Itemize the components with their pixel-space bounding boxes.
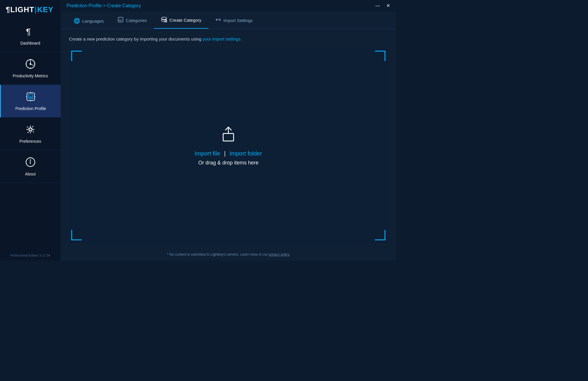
import-settings-icon [215,17,221,24]
svg-point-21 [30,160,31,161]
productivity-metrics-icon [25,58,36,71]
svg-text:¶: ¶ [26,26,30,36]
logo-light-text: ¶LIGHT [6,5,34,14]
sidebar-item-about[interactable]: i About [0,150,61,183]
tab-bar: 🌐 Languages AI Categories [61,12,396,29]
sidebar: ¶LIGHT|KEY ¶ Dashboard [0,0,61,261]
sidebar-item-preferences[interactable]: Preferences [0,118,61,150]
productivity-metrics-label: Productivity Metrics [13,74,48,78]
categories-tab-label: Categories [126,18,147,23]
sidebar-item-dashboard[interactable]: ¶ Dashboard [0,19,61,52]
languages-icon: 🌐 [74,18,80,24]
sidebar-nav: ¶ Dashboard Productivity Metrics [0,19,61,250]
breadcrumb: Prediction Profile > Create Category [67,3,141,8]
preferences-label: Preferences [19,139,41,144]
svg-point-25 [161,17,167,19]
logo-pipe: | [34,5,37,14]
categories-icon: AI [118,17,123,24]
svg-text:AI: AI [29,96,32,99]
corner-bracket-bl [71,230,82,240]
main-content: Prediction Profile > Create Category — ✕… [61,0,396,261]
logo: ¶LIGHT|KEY [0,0,61,19]
preferences-icon [25,124,36,137]
sidebar-item-productivity-metrics[interactable]: Productivity Metrics [0,52,61,85]
logo-key-text: KEY [37,5,53,14]
drop-zone[interactable]: Import file | Import folder Or drag & dr… [69,48,388,243]
languages-tab-label: Languages [82,19,104,23]
minimize-button[interactable]: — [374,3,381,9]
import-links: Import file | Import folder [195,150,262,157]
tab-create-category[interactable]: Create Category [154,12,208,29]
tab-import-settings[interactable]: Import Settings [208,12,260,29]
close-button[interactable]: ✕ [385,3,391,9]
content-area: Create a new prediction category by impo… [61,29,396,250]
svg-point-17 [29,128,32,131]
window-controls: — ✕ [374,3,391,9]
prediction-profile-icon: AI [25,91,36,104]
dashboard-icon: ¶ [25,26,36,39]
svg-text:AI: AI [119,19,121,22]
dashboard-label: Dashboard [20,41,40,45]
tab-categories[interactable]: AI Categories [111,12,154,29]
content-footer: * No content is submitted to Lightkey's … [61,250,396,261]
about-icon: i [25,157,36,169]
import-file-link[interactable]: Import file [195,150,220,157]
corner-bracket-tl [71,51,82,61]
title-bar: Prediction Profile > Create Category — ✕ [61,0,396,12]
upload-icon [219,125,238,144]
tab-languages[interactable]: 🌐 Languages [67,13,111,29]
create-category-tab-label: Create Category [170,18,201,23]
privacy-policy-link[interactable]: privacy policy [269,252,290,257]
drag-drop-text: Or drag & drop items here [198,160,258,166]
sidebar-footer: Professional Edition V.17.34 [0,250,61,261]
corner-bracket-tr [375,51,385,61]
intro-text: Create a new prediction category by impo… [69,36,388,43]
import-folder-link[interactable]: Import folder [230,150,262,157]
sidebar-item-prediction-profile[interactable]: AI Prediction Profile [0,85,61,118]
corner-bracket-br [375,230,385,240]
import-settings-tab-label: Import Settings [223,18,253,23]
create-category-icon [161,16,167,24]
svg-rect-30 [223,133,234,141]
prediction-profile-label: Prediction Profile [15,106,46,111]
import-settings-link[interactable]: your import settings [203,36,241,41]
about-label: About [25,172,36,176]
